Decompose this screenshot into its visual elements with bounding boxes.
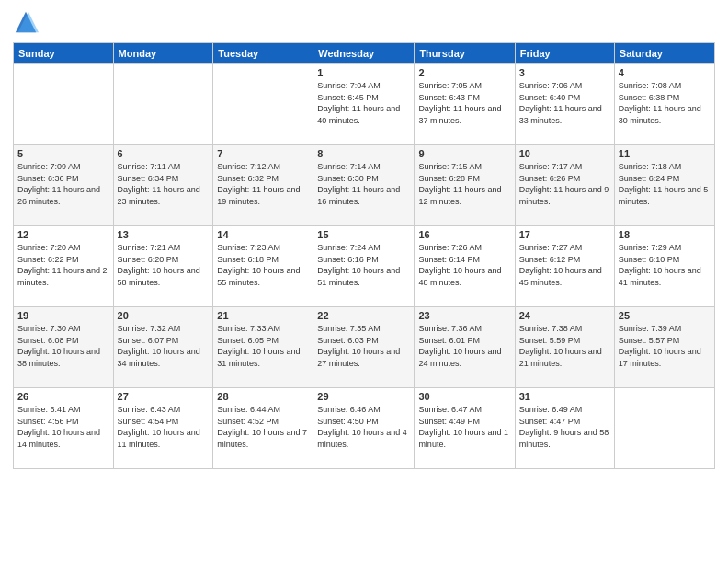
table-row: 2Sunrise: 7:05 AM Sunset: 6:43 PM Daylig… [415,64,515,145]
day-info: Sunrise: 7:24 AM Sunset: 6:16 PM Dayligh… [317,242,410,288]
day-number: 28 [217,391,309,402]
day-info: Sunrise: 7:05 AM Sunset: 6:43 PM Dayligh… [418,80,510,126]
table-row: 22Sunrise: 7:35 AM Sunset: 6:03 PM Dayli… [313,307,415,388]
day-number: 13 [118,229,210,240]
page: Sunday Monday Tuesday Wednesday Thursday… [0,0,728,563]
day-info: Sunrise: 7:23 AM Sunset: 6:18 PM Dayligh… [217,242,309,288]
day-info: Sunrise: 7:11 AM Sunset: 6:34 PM Dayligh… [118,161,210,207]
calendar-header-row: Sunday Monday Tuesday Wednesday Thursday… [14,43,715,64]
day-number: 14 [217,229,309,240]
calendar-week-row: 12Sunrise: 7:20 AM Sunset: 6:22 PM Dayli… [14,226,715,307]
table-row [113,64,213,145]
day-info: Sunrise: 7:26 AM Sunset: 6:14 PM Dayligh… [418,242,510,288]
day-number: 8 [317,148,410,159]
day-number: 31 [519,391,610,402]
day-number: 2 [418,67,510,78]
day-number: 26 [17,391,109,402]
day-info: Sunrise: 7:06 AM Sunset: 6:40 PM Dayligh… [519,80,610,126]
day-number: 23 [418,310,510,321]
day-info: Sunrise: 7:09 AM Sunset: 6:36 PM Dayligh… [17,161,109,207]
table-row: 28Sunrise: 6:44 AM Sunset: 4:52 PM Dayli… [213,388,313,469]
day-number: 10 [519,148,610,159]
day-number: 12 [17,229,109,240]
day-info: Sunrise: 7:04 AM Sunset: 6:45 PM Dayligh… [317,80,410,126]
day-info: Sunrise: 7:35 AM Sunset: 6:03 PM Dayligh… [317,323,410,369]
table-row: 16Sunrise: 7:26 AM Sunset: 6:14 PM Dayli… [415,226,515,307]
col-friday: Friday [515,43,614,64]
day-number: 29 [317,391,410,402]
table-row: 5Sunrise: 7:09 AM Sunset: 6:36 PM Daylig… [14,145,114,226]
day-info: Sunrise: 6:41 AM Sunset: 4:56 PM Dayligh… [17,404,109,450]
day-number: 3 [519,67,610,78]
day-number: 25 [619,310,711,321]
day-number: 18 [619,229,711,240]
logo [13,9,42,35]
day-number: 17 [519,229,610,240]
calendar-week-row: 26Sunrise: 6:41 AM Sunset: 4:56 PM Dayli… [14,388,715,469]
day-number: 7 [217,148,309,159]
day-number: 5 [17,148,109,159]
table-row: 12Sunrise: 7:20 AM Sunset: 6:22 PM Dayli… [14,226,114,307]
day-number: 30 [418,391,510,402]
calendar-week-row: 5Sunrise: 7:09 AM Sunset: 6:36 PM Daylig… [14,145,715,226]
table-row: 20Sunrise: 7:32 AM Sunset: 6:07 PM Dayli… [113,307,213,388]
table-row: 27Sunrise: 6:43 AM Sunset: 4:54 PM Dayli… [113,388,213,469]
table-row: 26Sunrise: 6:41 AM Sunset: 4:56 PM Dayli… [14,388,114,469]
day-number: 19 [17,310,109,321]
table-row: 4Sunrise: 7:08 AM Sunset: 6:38 PM Daylig… [614,64,714,145]
day-number: 20 [118,310,210,321]
table-row: 11Sunrise: 7:18 AM Sunset: 6:24 PM Dayli… [614,145,714,226]
col-tuesday: Tuesday [213,43,313,64]
day-number: 24 [519,310,610,321]
table-row: 7Sunrise: 7:12 AM Sunset: 6:32 PM Daylig… [213,145,313,226]
table-row: 19Sunrise: 7:30 AM Sunset: 6:08 PM Dayli… [14,307,114,388]
calendar-week-row: 1Sunrise: 7:04 AM Sunset: 6:45 PM Daylig… [14,64,715,145]
table-row [14,64,114,145]
col-saturday: Saturday [614,43,714,64]
day-number: 9 [418,148,510,159]
table-row: 21Sunrise: 7:33 AM Sunset: 6:05 PM Dayli… [213,307,313,388]
day-number: 22 [317,310,410,321]
table-row: 10Sunrise: 7:17 AM Sunset: 6:26 PM Dayli… [515,145,614,226]
table-row [614,388,714,469]
day-info: Sunrise: 7:14 AM Sunset: 6:30 PM Dayligh… [317,161,410,207]
table-row: 24Sunrise: 7:38 AM Sunset: 5:59 PM Dayli… [515,307,614,388]
day-info: Sunrise: 6:47 AM Sunset: 4:49 PM Dayligh… [418,404,510,450]
day-info: Sunrise: 7:36 AM Sunset: 6:01 PM Dayligh… [418,323,510,369]
col-wednesday: Wednesday [313,43,415,64]
table-row: 30Sunrise: 6:47 AM Sunset: 4:49 PM Dayli… [415,388,515,469]
day-info: Sunrise: 6:44 AM Sunset: 4:52 PM Dayligh… [217,404,309,450]
day-info: Sunrise: 7:29 AM Sunset: 6:10 PM Dayligh… [619,242,711,288]
table-row: 15Sunrise: 7:24 AM Sunset: 6:16 PM Dayli… [313,226,415,307]
table-row: 6Sunrise: 7:11 AM Sunset: 6:34 PM Daylig… [113,145,213,226]
day-number: 27 [118,391,210,402]
table-row: 29Sunrise: 6:46 AM Sunset: 4:50 PM Dayli… [313,388,415,469]
day-number: 15 [317,229,410,240]
day-info: Sunrise: 7:30 AM Sunset: 6:08 PM Dayligh… [17,323,109,369]
logo-icon [13,9,39,35]
col-sunday: Sunday [14,43,114,64]
day-number: 16 [418,229,510,240]
table-row: 9Sunrise: 7:15 AM Sunset: 6:28 PM Daylig… [415,145,515,226]
day-number: 21 [217,310,309,321]
day-number: 6 [118,148,210,159]
day-number: 11 [619,148,711,159]
table-row: 13Sunrise: 7:21 AM Sunset: 6:20 PM Dayli… [113,226,213,307]
table-row: 17Sunrise: 7:27 AM Sunset: 6:12 PM Dayli… [515,226,614,307]
day-number: 4 [619,67,711,78]
calendar-week-row: 19Sunrise: 7:30 AM Sunset: 6:08 PM Dayli… [14,307,715,388]
table-row: 8Sunrise: 7:14 AM Sunset: 6:30 PM Daylig… [313,145,415,226]
day-info: Sunrise: 6:46 AM Sunset: 4:50 PM Dayligh… [317,404,410,450]
col-thursday: Thursday [415,43,515,64]
table-row: 14Sunrise: 7:23 AM Sunset: 6:18 PM Dayli… [213,226,313,307]
day-info: Sunrise: 7:32 AM Sunset: 6:07 PM Dayligh… [118,323,210,369]
day-info: Sunrise: 6:43 AM Sunset: 4:54 PM Dayligh… [118,404,210,450]
day-info: Sunrise: 7:38 AM Sunset: 5:59 PM Dayligh… [519,323,610,369]
day-info: Sunrise: 7:20 AM Sunset: 6:22 PM Dayligh… [17,242,109,288]
day-info: Sunrise: 7:33 AM Sunset: 6:05 PM Dayligh… [217,323,309,369]
day-info: Sunrise: 7:15 AM Sunset: 6:28 PM Dayligh… [418,161,510,207]
day-info: Sunrise: 7:39 AM Sunset: 5:57 PM Dayligh… [619,323,711,369]
day-info: Sunrise: 7:12 AM Sunset: 6:32 PM Dayligh… [217,161,309,207]
day-info: Sunrise: 7:27 AM Sunset: 6:12 PM Dayligh… [519,242,610,288]
table-row: 31Sunrise: 6:49 AM Sunset: 4:47 PM Dayli… [515,388,614,469]
